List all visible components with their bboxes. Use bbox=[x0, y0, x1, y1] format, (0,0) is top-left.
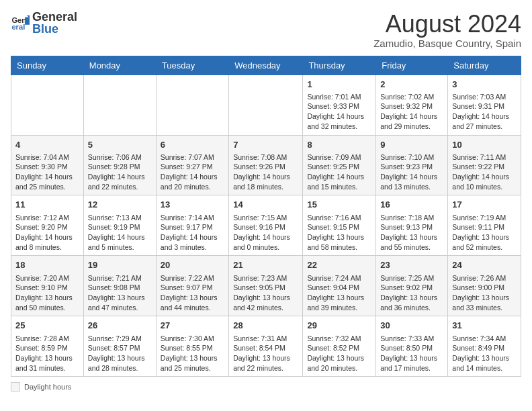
svg-text:eral: eral bbox=[11, 23, 25, 31]
day-info: Sunrise: 7:25 AM Sunset: 9:02 PM Dayligh… bbox=[380, 273, 443, 313]
week-row-1: 4Sunrise: 7:04 AM Sunset: 9:30 PM Daylig… bbox=[11, 135, 521, 195]
day-info: Sunrise: 7:16 AM Sunset: 9:15 PM Dayligh… bbox=[307, 213, 371, 253]
day-info: Sunrise: 7:21 AM Sunset: 9:08 PM Dayligh… bbox=[88, 273, 152, 313]
calendar-cell: 24Sunrise: 7:26 AM Sunset: 9:00 PM Dayli… bbox=[448, 256, 521, 316]
calendar-cell: 27Sunrise: 7:30 AM Sunset: 8:55 PM Dayli… bbox=[156, 316, 228, 377]
calendar-cell: 18Sunrise: 7:20 AM Sunset: 9:10 PM Dayli… bbox=[11, 256, 84, 316]
day-info: Sunrise: 7:34 AM Sunset: 8:49 PM Dayligh… bbox=[452, 334, 517, 373]
calendar-table: SundayMondayTuesdayWednesdayThursdayFrid… bbox=[11, 56, 521, 377]
logo: Gen eral General Blue bbox=[11, 11, 77, 35]
day-number: 12 bbox=[88, 199, 152, 211]
calendar-cell: 22Sunrise: 7:24 AM Sunset: 9:04 PM Dayli… bbox=[303, 256, 376, 316]
day-info: Sunrise: 7:01 AM Sunset: 9:33 PM Dayligh… bbox=[307, 92, 371, 132]
day-info: Sunrise: 7:06 AM Sunset: 9:28 PM Dayligh… bbox=[88, 152, 152, 192]
main-title: August 2024 bbox=[373, 11, 521, 38]
day-number: 8 bbox=[307, 139, 371, 151]
day-info: Sunrise: 7:03 AM Sunset: 9:31 PM Dayligh… bbox=[452, 92, 517, 132]
logo-general: General bbox=[32, 11, 77, 23]
day-number: 27 bbox=[161, 320, 224, 332]
calendar-cell: 28Sunrise: 7:31 AM Sunset: 8:54 PM Dayli… bbox=[229, 316, 303, 377]
calendar-cell: 31Sunrise: 7:34 AM Sunset: 8:49 PM Dayli… bbox=[448, 316, 521, 377]
day-number: 7 bbox=[233, 139, 298, 151]
day-info: Sunrise: 7:33 AM Sunset: 8:50 PM Dayligh… bbox=[380, 334, 443, 373]
calendar-cell: 11Sunrise: 7:12 AM Sunset: 9:20 PM Dayli… bbox=[11, 195, 84, 256]
calendar-cell: 30Sunrise: 7:33 AM Sunset: 8:50 PM Dayli… bbox=[376, 316, 448, 377]
day-info: Sunrise: 7:30 AM Sunset: 8:55 PM Dayligh… bbox=[161, 334, 224, 373]
day-number: 5 bbox=[88, 139, 152, 151]
day-number: 31 bbox=[452, 320, 517, 332]
calendar-cell: 10Sunrise: 7:11 AM Sunset: 9:22 PM Dayli… bbox=[448, 135, 521, 195]
day-number: 25 bbox=[15, 320, 79, 332]
day-info: Sunrise: 7:08 AM Sunset: 9:26 PM Dayligh… bbox=[233, 152, 298, 192]
calendar-cell bbox=[83, 75, 156, 135]
day-info: Sunrise: 7:09 AM Sunset: 9:25 PM Dayligh… bbox=[307, 152, 371, 192]
day-info: Sunrise: 7:04 AM Sunset: 9:30 PM Dayligh… bbox=[15, 152, 79, 192]
day-info: Sunrise: 7:28 AM Sunset: 8:59 PM Dayligh… bbox=[15, 334, 79, 373]
logo-blue: Blue bbox=[32, 23, 77, 35]
day-number: 3 bbox=[452, 79, 517, 91]
calendar-cell: 14Sunrise: 7:15 AM Sunset: 9:16 PM Dayli… bbox=[229, 195, 303, 256]
calendar-cell: 13Sunrise: 7:14 AM Sunset: 9:17 PM Dayli… bbox=[156, 195, 228, 256]
day-number: 24 bbox=[452, 259, 517, 271]
calendar-cell: 9Sunrise: 7:10 AM Sunset: 9:23 PM Daylig… bbox=[376, 135, 448, 195]
daylight-label: Daylight hours bbox=[24, 383, 71, 391]
day-number: 18 bbox=[15, 259, 79, 271]
day-number: 9 bbox=[380, 139, 443, 151]
day-number: 22 bbox=[307, 259, 371, 271]
calendar-cell: 1Sunrise: 7:01 AM Sunset: 9:33 PM Daylig… bbox=[303, 75, 376, 135]
calendar-cell: 25Sunrise: 7:28 AM Sunset: 8:59 PM Dayli… bbox=[11, 316, 84, 377]
day-number: 6 bbox=[161, 139, 224, 151]
calendar-cell: 16Sunrise: 7:18 AM Sunset: 9:13 PM Dayli… bbox=[376, 195, 448, 256]
day-info: Sunrise: 7:32 AM Sunset: 8:52 PM Dayligh… bbox=[307, 334, 371, 373]
day-info: Sunrise: 7:02 AM Sunset: 9:32 PM Dayligh… bbox=[380, 92, 443, 132]
day-info: Sunrise: 7:20 AM Sunset: 9:10 PM Dayligh… bbox=[15, 273, 79, 313]
logo-icon: Gen eral bbox=[11, 13, 30, 32]
day-number: 14 bbox=[233, 199, 298, 211]
header-sunday: Sunday bbox=[11, 56, 84, 75]
week-row-4: 25Sunrise: 7:28 AM Sunset: 8:59 PM Dayli… bbox=[11, 316, 521, 377]
calendar-cell: 20Sunrise: 7:22 AM Sunset: 9:07 PM Dayli… bbox=[156, 256, 228, 316]
day-number: 19 bbox=[88, 259, 152, 271]
footer: Daylight hours bbox=[11, 382, 521, 392]
daylight-box-icon bbox=[11, 382, 20, 392]
calendar-cell: 8Sunrise: 7:09 AM Sunset: 9:25 PM Daylig… bbox=[303, 135, 376, 195]
week-row-3: 18Sunrise: 7:20 AM Sunset: 9:10 PM Dayli… bbox=[11, 256, 521, 316]
calendar-cell bbox=[156, 75, 228, 135]
day-number: 4 bbox=[15, 139, 79, 151]
calendar-cell: 17Sunrise: 7:19 AM Sunset: 9:11 PM Dayli… bbox=[448, 195, 521, 256]
day-number: 15 bbox=[307, 199, 371, 211]
calendar-cell: 4Sunrise: 7:04 AM Sunset: 9:30 PM Daylig… bbox=[11, 135, 84, 195]
day-number: 30 bbox=[380, 320, 443, 332]
calendar-cell: 19Sunrise: 7:21 AM Sunset: 9:08 PM Dayli… bbox=[83, 256, 156, 316]
day-info: Sunrise: 7:19 AM Sunset: 9:11 PM Dayligh… bbox=[452, 213, 517, 253]
day-info: Sunrise: 7:15 AM Sunset: 9:16 PM Dayligh… bbox=[233, 213, 298, 253]
day-info: Sunrise: 7:11 AM Sunset: 9:22 PM Dayligh… bbox=[452, 152, 517, 192]
day-info: Sunrise: 7:24 AM Sunset: 9:04 PM Dayligh… bbox=[307, 273, 371, 313]
calendar-cell: 23Sunrise: 7:25 AM Sunset: 9:02 PM Dayli… bbox=[376, 256, 448, 316]
subtitle: Zamudio, Basque Country, Spain bbox=[373, 38, 521, 49]
day-info: Sunrise: 7:12 AM Sunset: 9:20 PM Dayligh… bbox=[15, 213, 79, 253]
day-info: Sunrise: 7:13 AM Sunset: 9:19 PM Dayligh… bbox=[88, 213, 152, 253]
calendar-cell bbox=[11, 75, 84, 135]
day-number: 29 bbox=[307, 320, 371, 332]
page-header: Gen eral General Blue August 2024 Zamudi… bbox=[11, 11, 521, 49]
calendar-cell: 26Sunrise: 7:29 AM Sunset: 8:57 PM Dayli… bbox=[83, 316, 156, 377]
header-monday: Monday bbox=[83, 56, 156, 75]
logo-text: General Blue bbox=[32, 11, 77, 35]
day-number: 23 bbox=[380, 259, 443, 271]
calendar-cell: 7Sunrise: 7:08 AM Sunset: 9:26 PM Daylig… bbox=[229, 135, 303, 195]
day-number: 1 bbox=[307, 79, 371, 91]
calendar-cell: 3Sunrise: 7:03 AM Sunset: 9:31 PM Daylig… bbox=[448, 75, 521, 135]
day-info: Sunrise: 7:22 AM Sunset: 9:07 PM Dayligh… bbox=[161, 273, 224, 313]
day-info: Sunrise: 7:31 AM Sunset: 8:54 PM Dayligh… bbox=[233, 334, 298, 373]
calendar-cell: 29Sunrise: 7:32 AM Sunset: 8:52 PM Dayli… bbox=[303, 316, 376, 377]
day-number: 16 bbox=[380, 199, 443, 211]
day-number: 11 bbox=[15, 199, 79, 211]
calendar-header-row: SundayMondayTuesdayWednesdayThursdayFrid… bbox=[11, 56, 521, 75]
calendar-cell: 2Sunrise: 7:02 AM Sunset: 9:32 PM Daylig… bbox=[376, 75, 448, 135]
day-number: 13 bbox=[161, 199, 224, 211]
header-thursday: Thursday bbox=[303, 56, 376, 75]
header-friday: Friday bbox=[376, 56, 448, 75]
svg-marker-2 bbox=[25, 17, 30, 25]
day-info: Sunrise: 7:29 AM Sunset: 8:57 PM Dayligh… bbox=[88, 334, 152, 373]
